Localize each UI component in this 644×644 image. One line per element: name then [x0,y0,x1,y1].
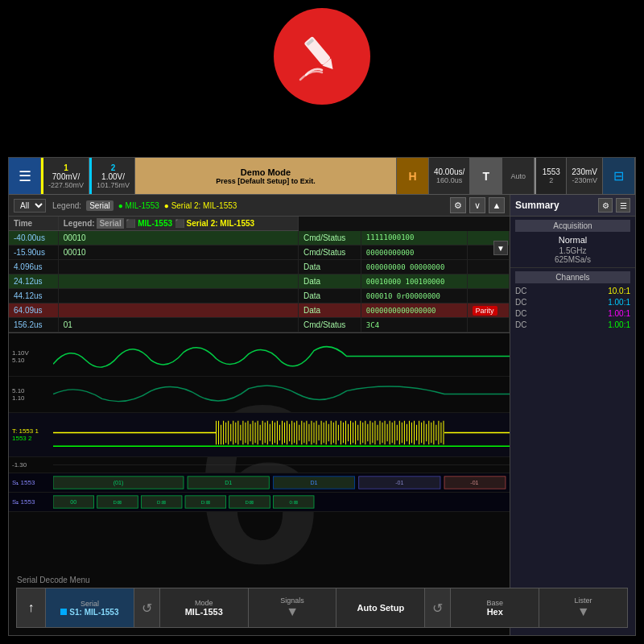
s2-waveform-row: S₂ 1553 00 D:⊠ D:⊠ [9,493,510,512]
ch-row-4: DC 1.00:1 [515,320,630,329]
h-badge: H [397,158,429,194]
ch2-coupling: DC [515,298,526,307]
table-row[interactable]: 24.12us Data 00010000 100100000 [9,275,510,289]
mil1553-2-legend: ● Serial 2: MIL-1553 [164,201,237,210]
filter-select[interactable]: All [14,199,46,213]
ch-row-3: DC 1.00:1 [515,309,630,318]
voltage1: 230mV [572,167,597,176]
ch-row-1: DC 10.0:1 [515,287,630,295]
ch2-svg [53,377,510,412]
svg-text:-01: -01 [470,481,478,486]
ch1-item[interactable]: 1 700mV/ -227.50mV [41,158,89,194]
cell-type: Cmd/Status [299,318,361,332]
ch4-ratio: 1.00:1 [608,320,630,329]
s1-label: S₁ 1553 [9,479,53,486]
ch1-waveform-row: 1.10V 5.10 [9,336,510,377]
table-legend: Legend: Serial ● MIL-1553 ● Serial 2: MI… [52,200,237,211]
table-row[interactable]: 64.09us Data 0000000000000000 Parity [9,303,510,318]
svg-text:D1: D1 [225,481,232,486]
toolbar: ☰ 1 700mV/ -227.50mV 2 1.00V/ 101.75mV D… [9,158,635,195]
ch1-svg [53,336,510,376]
menu-button[interactable]: ☰ [9,158,41,194]
wave-icon-item[interactable]: ⊟ [603,158,635,194]
cell-type: Data [299,289,361,303]
cell-id: 01 [58,318,298,332]
cell-extra [467,275,509,289]
acq-detail1: 1.5GHz [515,246,630,255]
voltage-item[interactable]: 230mV -230mV [567,158,603,194]
lister-label: Lister [575,597,592,605]
ch2-canvas [53,377,510,412]
mil1553-item[interactable]: 1553 2 [535,158,567,194]
cell-time: 44.12us [9,289,58,303]
s1-svg: (01) D1 D1 -01 -01 [53,473,510,492]
legend-label: Legend: [52,201,81,210]
svg-rect-0 [303,36,331,66]
ch3-coupling: DC [515,309,526,318]
t1553-waveform-row: T: 1553 1 1553 2 [9,413,510,457]
lister-menu-item[interactable]: Lister ▼ [539,588,627,627]
t1553-label: T: 1553 1 1553 2 [9,427,53,442]
cell-time: -15.90us [9,246,58,260]
acq-mode: Normal [515,235,630,245]
acquisition-section: Acquisition Normal 1.5GHz 625MSa/s [510,217,635,268]
cell-extra [467,318,509,332]
cell-time: 24.12us [9,275,58,289]
scroll-down-btn[interactable]: ▼ [493,241,508,255]
channels-title: Channels [515,271,630,283]
ch1-ratio: 10.0:1 [608,287,630,295]
cell-time: -40.00us [9,231,58,246]
cell-type: Cmd/Status [299,231,361,246]
main-panel: All Legend: Serial ● MIL-1553 ● Serial 2… [9,195,510,635]
summary-gear-icon[interactable]: ⚙ [598,198,613,213]
t-badge: T [470,158,502,194]
cell-type: Data [299,260,361,275]
ch2-waveform-row: 5.10 1.10 [9,377,510,413]
summary-title: Summary [515,200,595,211]
table-row[interactable]: 156.2us 01 Cmd/Status 3C4 [9,318,510,332]
voltage2: -230mV [572,176,597,184]
cell-time: 156.2us [9,318,58,332]
cell-time: 4.096us [9,260,58,275]
svg-text:D:⊠: D:⊠ [113,501,122,506]
top-icon-container [274,8,370,105]
cell-data: 000000000 00000000 [361,260,467,275]
ch4-coupling: DC [515,320,526,329]
cell-extra [467,289,509,303]
cell-type: Data [299,275,361,289]
svg-text:D:⊠: D:⊠ [245,501,254,506]
ch2-item[interactable]: 2 1.00V/ 101.75mV [89,158,135,194]
scale-label: -1.30 [9,461,53,469]
demo-line2: Press [Default Setup] to Exit. [216,177,316,185]
ch2-val2: 101.75mV [97,181,130,189]
lister-arrow-icon: ▼ [577,605,590,619]
probe-icon [294,28,350,85]
h-badge-label: H [408,170,416,183]
ch2-label: 5.10 1.10 [9,387,53,402]
ch1-canvas [53,336,510,376]
gear-button[interactable]: ⚙ [450,197,466,213]
ch1-val1: 700mV/ [52,172,80,181]
cell-data: 000010 0r00000000 [361,289,467,303]
svg-text:D1: D1 [310,481,317,486]
summary-list-icon[interactable]: ☰ [616,198,630,213]
cell-data: 00010000 100100000 [361,275,467,289]
right-panel: Summary ⚙ ☰ Acquisition Normal 1.5GHz 62… [510,195,635,635]
cell-data: 11111000100 [361,231,467,246]
wave-icon: ⊟ [613,168,624,184]
ch2-ratio: 1.00:1 [608,298,630,307]
cell-time: 64.09us [9,303,58,318]
auto-item: Auto [502,158,535,194]
table-row[interactable]: -40.00us 00010 Cmd/Status 11111000100 [9,231,510,246]
svg-text:0:⊠: 0:⊠ [290,501,298,506]
menu-icon: ☰ [19,167,31,185]
table-row[interactable]: -15.90us 00010 Cmd/Status 00000000000 [9,246,510,260]
scroll-up-button[interactable]: ▲ [489,197,505,213]
table-row[interactable]: 44.12us Data 000010 0r00000000 [9,289,510,303]
cell-id: 00010 [58,231,298,246]
table-wrapper: Time Legend: Serial ⬛ MIL-1553 ⬛ Serial … [9,217,510,332]
table-row[interactable]: 4.096us Data 000000000 00000000 [9,260,510,275]
expand-button[interactable]: ∨ [469,197,485,213]
time-item[interactable]: 40.00us/ 160.0us [429,158,470,194]
cell-type: Cmd/Status [299,246,361,260]
